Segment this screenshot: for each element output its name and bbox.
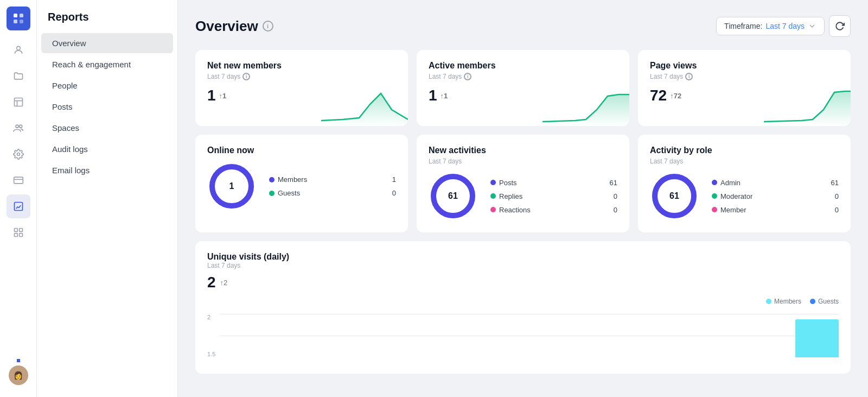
nav-item-spaces[interactable]: Spaces <box>41 118 173 138</box>
y-label-15: 1.5 <box>207 351 215 357</box>
online-now-donut: 1 <box>207 162 256 211</box>
activity-by-role-donut: 61 <box>650 172 699 220</box>
page-views-info-icon[interactable]: i <box>685 73 693 80</box>
online-now-value: 1 <box>229 181 234 191</box>
nav-sidebar: Reports Overview Reach & engagement Peop… <box>37 0 178 397</box>
svg-rect-2 <box>14 20 17 23</box>
apps-nav-icon[interactable] <box>7 220 30 244</box>
page-views-chart <box>764 83 851 126</box>
svg-rect-15 <box>19 229 22 232</box>
timeframe-selector: Timeframe: Last 7 days <box>716 15 851 37</box>
unique-visits-change: ↑2 <box>220 279 228 287</box>
new-activities-donut: 61 <box>429 172 477 220</box>
legend-item-member: Member 0 <box>712 206 839 214</box>
net-new-members-title: Net new members <box>207 61 396 71</box>
activity-by-role-title: Activity by role <box>650 146 839 155</box>
active-members-info-icon[interactable]: i <box>464 73 471 80</box>
main-content: Overview i Timeframe: Last 7 days Net ne <box>178 0 868 397</box>
replies-dot <box>490 193 496 199</box>
activity-by-role-legend: Admin 61 Moderator 0 M <box>712 179 839 214</box>
legend-item-reactions: Reactions 0 <box>490 206 617 214</box>
chevron-icon <box>808 22 816 30</box>
legend-item-moderator: Moderator 0 <box>712 192 839 200</box>
svg-point-9 <box>19 125 22 128</box>
settings-nav-icon[interactable] <box>7 142 30 166</box>
unique-visits-card: Unique visits (daily) Last 7 days 2 ↑2 M… <box>195 241 851 374</box>
folder-nav-icon[interactable] <box>7 64 30 88</box>
net-new-info-icon[interactable]: i <box>242 73 250 80</box>
svg-rect-5 <box>14 98 22 106</box>
members-legend-dot <box>766 299 771 304</box>
bar-chart-bar <box>795 319 839 357</box>
activity-by-role-value: 61 <box>669 191 679 201</box>
stats-grid: Net new members Last 7 days i 1 ↑1 <box>195 50 851 126</box>
timeframe-dropdown[interactable]: Timeframe: Last 7 days <box>716 17 825 35</box>
unique-visits-value: 2 <box>207 274 216 291</box>
nav-item-people[interactable]: People <box>41 75 173 96</box>
timeframe-label: Timeframe: <box>724 22 762 30</box>
svg-point-10 <box>17 153 20 156</box>
nav-item-reach[interactable]: Reach & engagement <box>41 54 173 74</box>
activity-by-role-card: Activity by role Last 7 days 61 Admin <box>638 135 851 232</box>
svg-rect-13 <box>14 203 22 211</box>
svg-rect-3 <box>20 20 23 23</box>
svg-rect-0 <box>14 14 17 17</box>
person-nav-icon[interactable] <box>7 38 30 62</box>
page-views-subtitle: Last 7 days i <box>650 73 839 80</box>
online-now-title: Online now <box>207 146 396 155</box>
unique-visits-legend: Members Guests <box>766 298 839 305</box>
net-new-members-change: ↑1 <box>219 92 227 100</box>
moderator-dot <box>712 193 717 199</box>
legend-item-replies: Replies 0 <box>490 192 617 200</box>
active-members-chart <box>542 83 629 126</box>
posts-dot <box>490 180 496 185</box>
svg-point-8 <box>16 125 18 128</box>
page-views-change: ↑72 <box>670 92 681 100</box>
page-title: Overview <box>195 18 258 35</box>
svg-rect-17 <box>19 234 22 237</box>
nav-item-posts[interactable]: Posts <box>41 97 173 117</box>
refresh-icon <box>835 21 845 31</box>
svg-rect-14 <box>14 229 17 232</box>
reports-nav-icon[interactable] <box>7 194 30 218</box>
timeframe-value: Last 7 days <box>765 22 805 30</box>
user-avatar[interactable]: 👩 <box>9 366 28 385</box>
page-header: Overview i Timeframe: Last 7 days <box>195 15 851 37</box>
net-new-members-subtitle: Last 7 days i <box>207 73 396 80</box>
net-new-members-card: Net new members Last 7 days i 1 ↑1 <box>195 50 408 126</box>
refresh-button[interactable] <box>829 15 851 37</box>
legend-item-admin: Admin 61 <box>712 179 839 187</box>
admin-dot <box>712 180 717 185</box>
new-activities-card: New activities Last 7 days 61 Posts <box>417 135 629 232</box>
layout-nav-icon[interactable] <box>7 90 30 114</box>
online-now-card: Online now 1 Members 1 <box>195 135 408 232</box>
svg-point-4 <box>16 46 20 50</box>
overview-info-icon[interactable]: i <box>263 21 273 31</box>
page-views-title: Page views <box>650 61 839 71</box>
new-activities-value: 61 <box>448 191 458 201</box>
y-label-2: 2 <box>207 314 215 320</box>
net-new-members-chart <box>321 83 408 126</box>
card-nav-icon[interactable] <box>7 168 30 192</box>
nav-item-audit[interactable]: Audit logs <box>41 139 173 159</box>
online-now-legend: Members 1 Guests 0 <box>269 175 396 197</box>
unique-visits-subtitle: Last 7 days <box>207 262 839 269</box>
unique-visits-chart-area: 2 1.5 <box>207 314 839 363</box>
active-members-subtitle: Last 7 days i <box>429 73 617 80</box>
activity-by-role-subtitle: Last 7 days <box>650 157 839 165</box>
nav-title: Reports <box>37 11 177 32</box>
legend-item-posts: Posts 61 <box>490 179 617 187</box>
svg-rect-16 <box>14 234 17 237</box>
nav-item-overview[interactable]: Overview <box>41 33 173 53</box>
legend-item-guests: Guests 0 <box>269 189 396 197</box>
members-dot <box>269 177 275 182</box>
active-members-card: Active members Last 7 days i 1 ↑1 <box>417 50 629 126</box>
icon-sidebar: 👩 <box>0 0 37 397</box>
new-activities-subtitle: Last 7 days <box>429 157 617 165</box>
nav-item-email[interactable]: Email logs <box>41 160 173 180</box>
logo-icon[interactable] <box>7 7 30 30</box>
legend-item-members: Members 1 <box>269 175 396 184</box>
group-nav-icon[interactable] <box>7 116 30 140</box>
guests-legend-dot <box>810 299 815 304</box>
unique-visits-title: Unique visits (daily) <box>207 252 839 262</box>
